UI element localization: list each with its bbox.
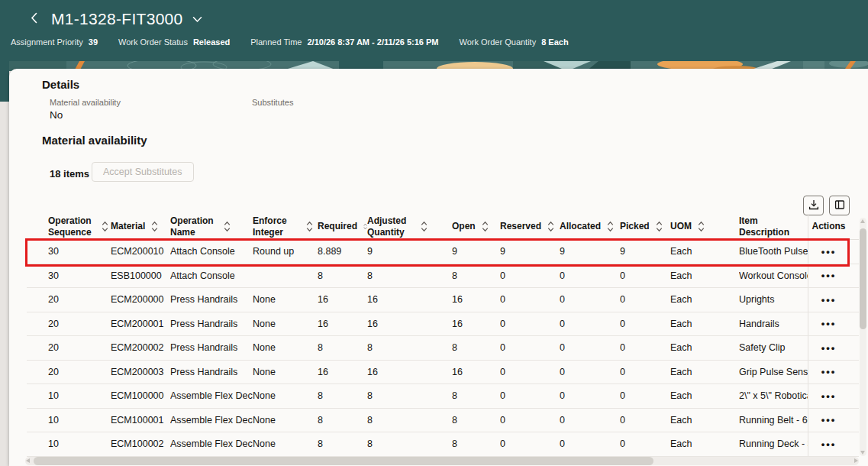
table-header-row: Operation SequenceMaterialOperation Name… [27,214,859,240]
column-header-open[interactable]: Open [452,214,500,239]
cell-reserved: 0 [500,319,560,329]
cell-open: 9 [452,246,500,257]
cell-adjusted-quantity: 16 [367,294,452,305]
cell-allocated: 0 [560,319,620,329]
column-header-picked[interactable]: Picked [620,214,670,239]
cell-operation-name: Attach Console [170,270,253,281]
cell-open: 8 [452,270,500,281]
column-header-actions: Actions [808,214,849,239]
cell-uom: Each [670,390,739,401]
cell-adjusted-quantity: 8 [367,438,452,449]
cell-item-description: Running Belt - 60" [739,415,808,426]
cell-material: ECM200001 [111,319,170,329]
table-row[interactable]: 10ECM100000Assemble Flex DeckNone888000E… [27,384,859,409]
cell-picked: 0 [620,342,670,353]
cell-enforce-integer: None [253,294,318,305]
horizontal-scrollbar-thumb[interactable] [34,457,653,465]
cell-picked: 0 [620,438,670,449]
horizontal-scrollbar[interactable] [25,457,859,465]
column-header-label: Reserved [500,221,541,231]
scroll-down-arrow-icon[interactable] [860,451,865,455]
scroll-right-arrow-icon[interactable] [854,458,858,463]
column-header-required[interactable]: Required [318,214,367,239]
cell-enforce-integer: None [253,319,318,329]
back-button[interactable] [29,11,39,28]
vertical-scrollbar-thumb[interactable] [860,228,866,329]
row-actions-button[interactable]: ••• [818,245,840,258]
row-actions-button[interactable]: ••• [818,293,840,306]
column-header-enforce-integer[interactable]: Enforce Integer [253,214,318,239]
cell-reserved: 9 [500,246,560,257]
cell-open: 8 [452,342,500,353]
table-row[interactable]: 20ECM200001Press HandrailsNone161616000E… [27,312,859,337]
cell-item-description: Running Deck - 3 [739,438,808,449]
cell-actions: ••• [808,240,849,264]
manage-columns-button[interactable] [829,196,850,215]
row-actions-button[interactable]: ••• [818,365,840,378]
header-field: Work Order Status Released [118,37,230,47]
cell-actions: ••• [808,288,849,312]
cell-reserved: 0 [500,367,560,377]
cell-uom: Each [670,270,739,281]
cell-operation-sequence: 30 [27,270,111,281]
column-header-reserved[interactable]: Reserved [500,214,560,239]
cell-allocated: 0 [560,438,620,449]
material-availability-value: No [50,109,121,121]
table-row[interactable]: 20ECM200000Press HandrailsNone161616000E… [27,288,859,312]
column-header-adjusted-quantity[interactable]: Adjusted Quantity [367,214,452,239]
cell-actions: ••• [808,264,849,288]
column-header-label: Open [452,221,476,231]
table-row[interactable]: 30ECM200010Attach ConsoleRound up8.88999… [27,240,859,264]
column-header-item-description: Item Description [739,214,808,239]
table-row[interactable]: 10ECM100001Assemble Flex DeckNone888000E… [27,409,859,433]
work-order-page: M1-1328-FIT3000 Assignment Priority 39 W… [0,0,868,466]
vertical-scrollbar[interactable] [860,218,866,456]
material-availability-label: Material availability [50,98,121,107]
column-header-material[interactable]: Material [111,214,170,239]
cell-actions: ••• [808,432,849,456]
sort-icon [151,221,158,232]
row-actions-button[interactable]: ••• [818,317,840,330]
column-header-label: Material [111,221,145,231]
column-header-label: Actions [812,221,845,231]
table-row[interactable]: 10ECM100002Assemble Flex DeckNone888000E… [27,432,859,457]
scroll-left-arrow-icon[interactable] [26,458,30,463]
cell-actions: ••• [808,361,849,384]
header-field-value: Released [193,37,230,47]
row-actions-button[interactable]: ••• [818,269,840,282]
table-row[interactable]: 20ECM200002Press HandrailsNone888000Each… [27,336,859,361]
work-order-title-dropdown[interactable]: M1-1328-FIT3000 [51,10,202,28]
header-field-label: Work Order Status [118,37,188,47]
row-actions-button[interactable]: ••• [818,438,840,451]
sort-icon [306,221,313,232]
cell-adjusted-quantity: 8 [367,390,452,401]
sort-icon [656,221,663,232]
cell-open: 8 [452,390,500,401]
row-actions-button[interactable]: ••• [818,341,840,354]
row-actions-button[interactable]: ••• [818,390,840,403]
cell-picked: 0 [620,415,670,426]
cell-required: 8.889 [318,246,367,257]
table-row[interactable]: 20ECM200003Press HandrailsNone161616000E… [27,361,859,385]
cell-adjusted-quantity: 9 [367,246,452,257]
column-header-operation-name[interactable]: Operation Name [170,214,253,239]
scroll-up-arrow-icon[interactable] [860,219,865,223]
accept-substitutes-button[interactable]: Accept Substitutes [92,162,194,182]
cell-material: ECM100000 [111,390,170,401]
row-actions-button[interactable]: ••• [818,413,840,426]
column-header-operation-sequence[interactable]: Operation Sequence [27,214,111,239]
column-header-label: UOM [670,221,692,231]
cell-reserved: 0 [500,415,560,426]
cell-actions: ••• [808,312,849,336]
table-row[interactable]: 30ESB100000Attach Console888000EachWorko… [27,264,859,289]
substitutes-field: Substitutes [252,98,293,109]
cell-item-description: Uprights [739,294,808,305]
header-field: Planned Time 2/10/26 8:37 AM - 2/11/26 5… [250,37,438,47]
cell-reserved: 0 [500,342,560,353]
column-header-allocated[interactable]: Allocated [560,214,620,239]
download-button[interactable] [803,196,824,215]
cell-picked: 0 [620,390,670,401]
cell-uom: Each [670,438,739,449]
cell-operation-name: Assemble Flex Deck [170,390,253,401]
column-header-uom[interactable]: UOM [670,214,739,239]
